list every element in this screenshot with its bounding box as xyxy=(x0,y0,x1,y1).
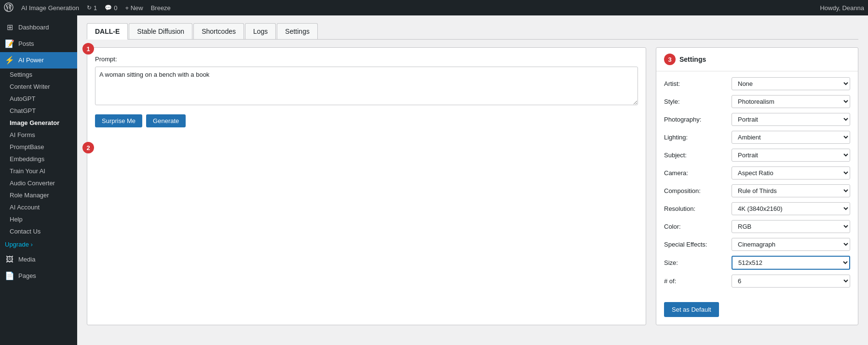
tab-settings[interactable]: Settings xyxy=(277,23,318,39)
topbar: AI Image Generation ↻ 1 💬 0 + New Breeze… xyxy=(0,0,868,15)
setting-select-style[interactable]: Photorealism xyxy=(732,95,850,108)
setting-select-subject[interactable]: Portrait xyxy=(732,149,850,162)
sidebar-item-audio-converter[interactable]: Audio Converter xyxy=(0,177,77,189)
setting-select-num-of[interactable]: 6 xyxy=(732,275,850,288)
step-badge-2: 2 xyxy=(82,142,94,153)
right-panel: 3 Settings Artist:NoneStyle:Photorealism… xyxy=(656,47,858,325)
sidebar-label-ai-power: AI Power xyxy=(18,56,44,65)
button-row: Surprise Me Generate xyxy=(95,114,638,127)
setting-row-special-effects: Special Effects:Cinemagraph xyxy=(664,238,850,251)
sidebar-item-ai-account[interactable]: AI Account xyxy=(0,201,77,213)
sidebar-label-pages: Pages xyxy=(18,272,36,280)
media-icon: 🖼 xyxy=(5,255,14,264)
main-content: DALL-EStable DiffusionShortcodesLogsSett… xyxy=(77,15,868,345)
setting-select-resolution[interactable]: 4K (3840x2160) xyxy=(732,202,850,215)
prompt-label: Prompt: xyxy=(95,55,638,63)
setting-row-artist: Artist:None xyxy=(664,77,850,90)
sidebar-item-ai-power[interactable]: ⚡ AI Power xyxy=(0,52,77,69)
wp-logo-icon xyxy=(4,2,14,14)
setting-row-size: Size:512x512 xyxy=(664,256,850,270)
setting-row-composition: Composition:Rule of Thirds xyxy=(664,184,850,197)
sidebar-item-promptbase[interactable]: PromptBase xyxy=(0,141,77,153)
sidebar-item-ai-forms[interactable]: AI Forms xyxy=(0,129,77,141)
setting-row-photography: Photography:Portrait xyxy=(664,113,850,126)
sidebar-item-media[interactable]: 🖼 Media xyxy=(0,251,77,268)
plugin-name: Breeze xyxy=(151,4,171,12)
sidebar: ⊞ Dashboard 📝 Posts ⚡ AI Power SettingsC… xyxy=(0,15,77,345)
sidebar-label-dashboard: Dashboard xyxy=(18,23,49,32)
sidebar-item-embeddings[interactable]: Embeddings xyxy=(0,153,77,165)
comments-icon[interactable]: 💬 0 xyxy=(105,4,117,12)
setting-row-color: Color:RGB xyxy=(664,220,850,233)
sidebar-item-posts[interactable]: 📝 Posts xyxy=(0,36,77,52)
step-badge-3: 3 xyxy=(664,54,676,65)
sidebar-item-content-writer[interactable]: Content Writer xyxy=(0,81,77,93)
setting-label-style: Style: xyxy=(664,98,732,105)
tab-stable-diffusion[interactable]: Stable Diffusion xyxy=(129,23,192,39)
set-default-button[interactable]: Set as Default xyxy=(664,302,719,317)
setting-select-size[interactable]: 512x512 xyxy=(732,256,850,270)
setting-row-resolution: Resolution:4K (3840x2160) xyxy=(664,202,850,215)
setting-select-photography[interactable]: Portrait xyxy=(732,113,850,126)
setting-label-num-of: # of: xyxy=(664,277,732,285)
dashboard-icon: ⊞ xyxy=(5,23,14,32)
tabs: DALL-EStable DiffusionShortcodesLogsSett… xyxy=(87,23,858,40)
surprise-me-button[interactable]: Surprise Me xyxy=(95,114,142,127)
sidebar-subitems: SettingsContent WriterAutoGPTChatGPTImag… xyxy=(0,69,77,237)
setting-label-special-effects: Special Effects: xyxy=(664,241,732,248)
setting-select-color[interactable]: RGB xyxy=(732,220,850,233)
setting-label-subject: Subject: xyxy=(664,152,732,159)
setting-select-artist[interactable]: None xyxy=(732,77,850,90)
sidebar-item-autogpt[interactable]: AutoGPT xyxy=(0,93,77,105)
generate-button[interactable]: Generate xyxy=(146,114,186,127)
setting-row-lighting: Lighting:Ambient xyxy=(664,131,850,144)
setting-row-num-of: # of:6 xyxy=(664,275,850,288)
settings-title: Settings xyxy=(679,55,706,63)
left-panel: 1 Prompt: 2 Surprise Me Generate xyxy=(87,47,646,325)
sidebar-item-settings[interactable]: Settings xyxy=(0,69,77,81)
setting-select-special-effects[interactable]: Cinemagraph xyxy=(732,238,850,251)
sidebar-label-media: Media xyxy=(18,255,35,264)
user-greeting: Howdy, Deanna xyxy=(820,4,864,12)
sidebar-item-image-generator[interactable]: Image Generator xyxy=(0,117,77,129)
sidebar-item-train-your-ai[interactable]: Train Your AI xyxy=(0,165,77,177)
sidebar-item-role-manager[interactable]: Role Manager xyxy=(0,189,77,201)
setting-select-composition[interactable]: Rule of Thirds xyxy=(732,184,850,197)
setting-label-color: Color: xyxy=(664,223,732,230)
setting-row-subject: Subject:Portrait xyxy=(664,149,850,162)
ai-power-icon: ⚡ xyxy=(5,55,14,65)
settings-body: Artist:NoneStyle:PhotorealismPhotography… xyxy=(656,71,858,298)
setting-label-camera: Camera: xyxy=(664,169,732,177)
tab-dall-e[interactable]: DALL-E xyxy=(87,23,128,40)
setting-label-lighting: Lighting: xyxy=(664,134,732,141)
sidebar-item-contact-us[interactable]: Contact Us xyxy=(0,225,77,237)
setting-row-camera: Camera:Aspect Ratio xyxy=(664,166,850,179)
settings-header: 3 Settings xyxy=(656,48,858,71)
upgrade-link[interactable]: Upgrade › xyxy=(0,237,77,251)
sidebar-item-help[interactable]: Help xyxy=(0,213,77,225)
sidebar-item-pages[interactable]: 📄 Pages xyxy=(0,268,77,284)
sidebar-item-chatgpt[interactable]: ChatGPT xyxy=(0,105,77,117)
new-button[interactable]: + New xyxy=(125,4,143,12)
tab-shortcodes[interactable]: Shortcodes xyxy=(193,23,244,39)
pages-icon: 📄 xyxy=(5,271,14,281)
tab-logs[interactable]: Logs xyxy=(245,23,276,39)
setting-label-size: Size: xyxy=(664,259,732,266)
setting-select-lighting[interactable]: Ambient xyxy=(732,131,850,144)
sidebar-item-dashboard[interactable]: ⊞ Dashboard xyxy=(0,19,77,36)
sidebar-label-posts: Posts xyxy=(18,40,34,48)
step-badge-1: 1 xyxy=(82,43,94,55)
setting-row-style: Style:Photorealism xyxy=(664,95,850,108)
setting-label-artist: Artist: xyxy=(664,80,732,87)
setting-label-photography: Photography: xyxy=(664,116,732,123)
posts-icon: 📝 xyxy=(5,39,14,49)
content-area: 1 Prompt: 2 Surprise Me Generate 3 Setti… xyxy=(87,47,858,325)
setting-label-composition: Composition: xyxy=(664,187,732,194)
site-name[interactable]: AI Image Generation xyxy=(21,4,79,12)
update-icon[interactable]: ↻ 1 xyxy=(87,4,97,12)
setting-select-camera[interactable]: Aspect Ratio xyxy=(732,166,850,179)
setting-label-resolution: Resolution: xyxy=(664,205,732,212)
prompt-textarea[interactable] xyxy=(95,67,638,105)
